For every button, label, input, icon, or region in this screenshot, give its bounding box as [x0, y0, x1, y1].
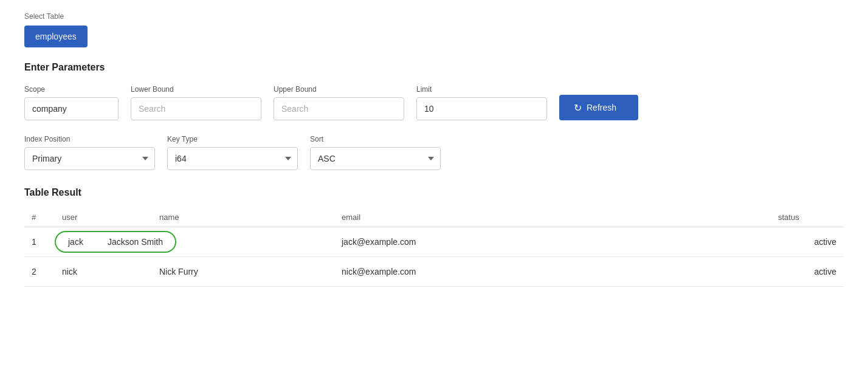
sort-label: Sort [310, 135, 441, 143]
limit-label: Limit [416, 85, 547, 94]
col-header-email: email [334, 208, 771, 227]
table-row: 1 jack Jackson Smith jack@example.com ac… [24, 227, 844, 257]
col-header-name: name [152, 208, 334, 227]
lower-bound-label: Lower Bound [131, 85, 261, 94]
cell-email: nick@example.com [334, 257, 771, 287]
index-position-label: Index Position [24, 135, 155, 143]
table-result-section: Table Result # user name email status 1 … [24, 187, 844, 287]
cell-name: Jackson Smith [108, 237, 163, 247]
col-header-status: status [771, 208, 844, 227]
enter-params-section: Enter Parameters Scope Lower Bound Upper… [24, 62, 844, 170]
upper-bound-group: Upper Bound [274, 85, 404, 120]
cell-num: 2 [24, 257, 55, 287]
key-type-group: Key Type i64 i128 sha256 ripemd160 name [167, 135, 298, 170]
key-type-select[interactable]: i64 i128 sha256 ripemd160 name [167, 147, 298, 170]
index-position-select[interactable]: Primary Secondary [24, 147, 155, 170]
limit-group: Limit [416, 85, 547, 120]
limit-input[interactable] [416, 97, 547, 120]
refresh-button[interactable]: ↻ Refresh [559, 95, 638, 120]
cell-name: Nick Furry [152, 257, 334, 287]
page-container: Select Table employees Enter Parameters … [0, 0, 868, 381]
col-header-num: # [24, 208, 55, 227]
scope-label: Scope [24, 85, 119, 94]
refresh-icon: ↻ [574, 102, 582, 114]
refresh-label: Refresh [587, 103, 616, 112]
scope-group: Scope [24, 85, 119, 120]
cell-status: active [771, 227, 844, 257]
cell-name-outlined: jack Jackson Smith [55, 227, 334, 257]
select-table-label: Select Table [24, 12, 844, 21]
col-header-user: user [55, 208, 152, 227]
table-row: 2 nick Nick Furry nick@example.com activ… [24, 257, 844, 287]
cell-email: jack@example.com [334, 227, 771, 257]
lower-bound-input[interactable] [131, 97, 261, 120]
select-table-section: Select Table employees [24, 12, 844, 62]
cell-num: 1 [24, 227, 55, 257]
index-position-group: Index Position Primary Secondary [24, 135, 155, 170]
upper-bound-input[interactable] [274, 97, 404, 120]
key-type-label: Key Type [167, 135, 298, 143]
employees-table-button[interactable]: employees [24, 26, 88, 47]
enter-params-title: Enter Parameters [24, 62, 844, 73]
upper-bound-label: Upper Bound [274, 85, 404, 94]
table-header-row: # user name email status [24, 208, 844, 227]
cell-user: jack [68, 237, 83, 247]
scope-input[interactable] [24, 97, 119, 120]
params-row-2: Index Position Primary Secondary Key Typ… [24, 135, 844, 170]
result-table: # user name email status 1 jack Jackson … [24, 208, 844, 287]
sort-group: Sort ASC DESC [310, 135, 441, 170]
cell-user: nick [55, 257, 152, 287]
cell-status: active [771, 257, 844, 287]
table-result-title: Table Result [24, 187, 844, 198]
params-row-1: Scope Lower Bound Upper Bound Limit ↻ Re… [24, 85, 844, 120]
sort-select[interactable]: ASC DESC [310, 147, 441, 170]
lower-bound-group: Lower Bound [131, 85, 261, 120]
